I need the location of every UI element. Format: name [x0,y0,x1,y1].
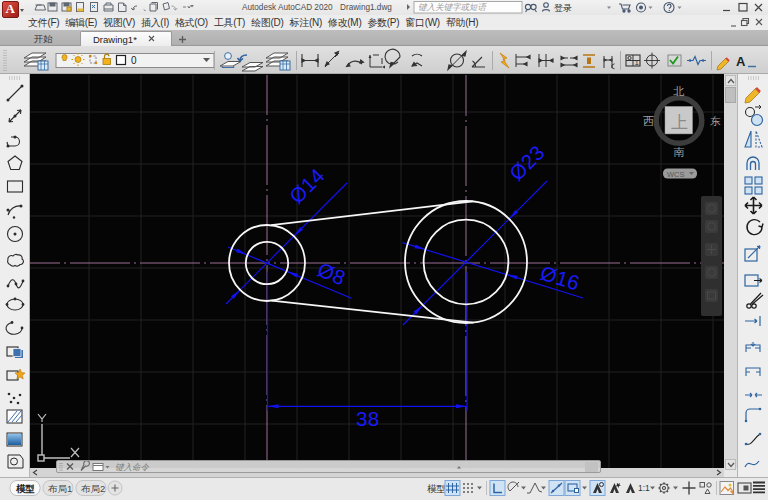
svg-text:布局2: 布局2 [80,483,105,494]
svg-text:北: 北 [673,85,685,97]
svg-text:Autodesk AutoCAD 2020: Autodesk AutoCAD 2020 [242,3,333,12]
svg-text:键入命令: 键入命令 [115,462,150,472]
svg-text:1:1: 1:1 [638,483,650,493]
svg-text:WCS: WCS [667,170,685,179]
svg-text:A: A [736,54,746,69]
svg-text:1: 1 [635,58,640,67]
svg-text:键入关键字或短语: 键入关键字或短语 [418,2,488,12]
svg-text:西: 西 [643,115,654,127]
svg-text:模型: 模型 [15,483,35,494]
svg-text:登录: 登录 [554,3,572,13]
svg-text:Drawing1.dwg: Drawing1.dwg [340,3,392,12]
svg-text:模型: 模型 [427,483,446,494]
svg-text:Ø14: Ø14 [285,164,329,208]
svg-text:上: 上 [671,113,688,132]
svg-text:0: 0 [131,55,137,66]
svg-text:布局1: 布局1 [47,483,72,494]
svg-text:东: 东 [710,115,721,127]
svg-text:Ø23: Ø23 [505,141,549,185]
svg-text:Ø16: Ø16 [538,261,583,295]
svg-text:38: 38 [356,407,379,430]
svg-text:南: 南 [674,146,685,158]
